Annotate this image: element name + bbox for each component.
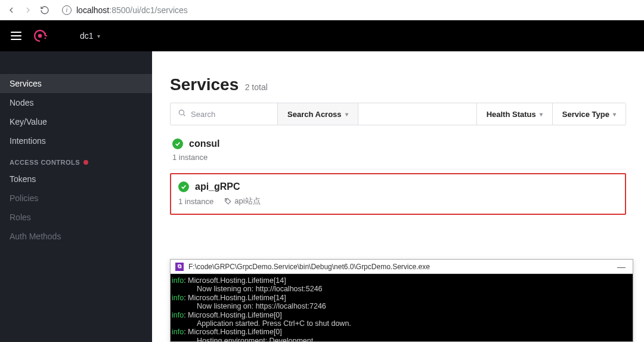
terminal-titlebar[interactable]: ⧉ F:\code\GRPC\GrpcDemo.Service\bin\Debu…: [171, 260, 633, 274]
sidebar-heading-label: ACCESS CONTROLS: [10, 159, 80, 166]
menu-toggle-button[interactable]: [11, 32, 21, 40]
svg-point-5: [179, 110, 184, 115]
nav-back-button[interactable]: [6, 5, 17, 16]
sidebar-item-label: Intentions: [10, 136, 46, 146]
url-bar[interactable]: i localhost:8500/ui/dc1/services: [56, 2, 638, 19]
page-heading-row: Services 2 total: [170, 75, 626, 94]
svg-point-3: [45, 35, 47, 37]
app-topbar: dc1 ▾: [0, 20, 644, 51]
svg-point-7: [226, 199, 227, 200]
terminal-title-text: F:\code\GRPC\GrpcDemo.Service\bin\Debug\…: [188, 263, 610, 271]
sidebar-item-roles: Roles: [0, 208, 152, 227]
sidebar-item-nodes[interactable]: Nodes: [0, 93, 152, 112]
search-input[interactable]: [191, 110, 270, 119]
chevron-down-icon: ▾: [97, 33, 100, 39]
service-instances: 1 instance: [172, 153, 208, 162]
chevron-down-icon: ▾: [345, 111, 348, 118]
sidebar-heading-access: ACCESS CONTROLS: [0, 150, 152, 170]
svg-line-6: [184, 115, 185, 116]
filter-label: Service Type: [562, 110, 609, 119]
sidebar-item-policies: Policies: [0, 189, 152, 208]
status-passing-icon: [178, 181, 189, 192]
health-status-dropdown[interactable]: Health Status ▾: [476, 103, 553, 125]
alert-dot-icon: [83, 160, 88, 165]
sidebar-item-tokens[interactable]: Tokens: [0, 170, 152, 189]
service-tag-label: api站点: [234, 196, 260, 207]
sidebar-item-label: Services: [10, 79, 42, 88]
status-passing-icon: [172, 138, 183, 149]
svg-point-4: [45, 38, 47, 39]
consul-logo-icon: [32, 28, 48, 44]
service-tag: api站点: [224, 196, 260, 207]
chevron-down-icon: ▾: [613, 111, 616, 118]
service-row[interactable]: consul 1 instance: [170, 131, 626, 170]
search-across-dropdown[interactable]: Search Across ▾: [278, 103, 358, 125]
terminal-window: ⧉ F:\code\GRPC\GrpcDemo.Service\bin\Debu…: [170, 259, 633, 342]
terminal-app-icon: ⧉: [175, 263, 184, 271]
url-text: localhost:8500/ui/dc1/services: [76, 5, 188, 15]
page-subtitle: 2 total: [245, 82, 268, 92]
datacenter-label: dc1: [80, 31, 94, 41]
sidebar-item-label: Auth Methods: [10, 232, 61, 241]
service-name: consul: [189, 138, 220, 149]
sidebar-item-label: Roles: [10, 212, 31, 222]
sidebar-item-label: Tokens: [10, 174, 36, 184]
sidebar-item-label: Policies: [10, 193, 38, 203]
search-icon: [178, 109, 186, 119]
main-area: Services 2 total Search Across ▾ Health …: [152, 51, 644, 342]
terminal-minimize-button[interactable]: —: [615, 262, 628, 272]
filter-row: Search Across ▾ Health Status ▾ Service …: [170, 103, 626, 125]
service-name: api_gRPC: [195, 181, 240, 192]
service-list: consul 1 instance api_gRPC 1 instance: [170, 131, 626, 215]
nav-reload-button[interactable]: [39, 5, 50, 16]
sidebar-item-intentions[interactable]: Intentions: [0, 131, 152, 150]
sidebar-item-authmethods: Auth Methods: [0, 227, 152, 246]
browser-chrome: i localhost:8500/ui/dc1/services: [0, 0, 644, 20]
sidebar-item-services[interactable]: Services: [0, 74, 152, 93]
filter-label: Search Across: [287, 110, 342, 119]
sidebar: Services Nodes Key/Value Intentions ACCE…: [0, 51, 152, 342]
sidebar-item-label: Key/Value: [10, 117, 47, 127]
search-box: [171, 103, 278, 125]
tag-icon: [224, 198, 232, 205]
sidebar-item-label: Nodes: [10, 98, 33, 107]
service-row[interactable]: api_gRPC 1 instance api站点: [170, 173, 626, 215]
sidebar-item-keyvalue[interactable]: Key/Value: [0, 112, 152, 131]
svg-point-2: [45, 33, 47, 35]
site-info-icon[interactable]: i: [62, 5, 72, 15]
terminal-body[interactable]: info: Microsoft.Hosting.Lifetime[14]Now …: [171, 274, 633, 342]
chevron-down-icon: ▾: [540, 111, 543, 118]
filter-label: Health Status: [487, 110, 536, 119]
svg-point-1: [38, 34, 42, 38]
datacenter-switcher[interactable]: dc1 ▾: [80, 31, 100, 41]
page-title: Services: [170, 75, 239, 94]
service-type-dropdown[interactable]: Service Type ▾: [553, 103, 626, 125]
nav-forward-button[interactable]: [23, 5, 33, 16]
service-instances: 1 instance: [178, 197, 213, 206]
